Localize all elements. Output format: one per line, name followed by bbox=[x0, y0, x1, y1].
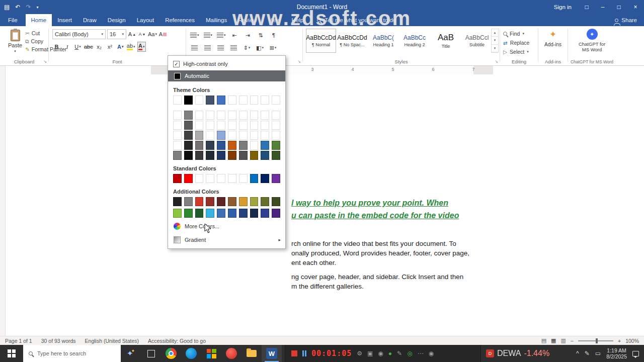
news-interest-widget[interactable]: D DEWA -1.44% bbox=[481, 345, 554, 362]
file-explorer-button[interactable] bbox=[242, 345, 262, 362]
zoom-in-button[interactable]: + bbox=[618, 338, 621, 344]
color-swatch[interactable] bbox=[228, 96, 236, 105]
sign-in-button[interactable]: Sign in bbox=[547, 0, 579, 14]
color-swatch[interactable] bbox=[261, 209, 269, 218]
color-swatch[interactable] bbox=[250, 121, 259, 130]
styles-scroll-up-icon[interactable]: ▴ bbox=[492, 29, 498, 37]
color-swatch[interactable] bbox=[195, 197, 204, 206]
tab-insert[interactable]: Insert bbox=[52, 14, 77, 26]
tab-help[interactable]: Help bbox=[286, 14, 309, 26]
color-swatch[interactable] bbox=[250, 111, 259, 120]
styles-scroll-down-icon[interactable]: ▾ bbox=[492, 37, 498, 44]
color-swatch[interactable] bbox=[206, 197, 214, 206]
color-swatch[interactable] bbox=[272, 209, 280, 218]
cortana-button[interactable]: ✦ ✦ bbox=[121, 345, 141, 362]
tray-pen-icon[interactable]: ✎ bbox=[585, 350, 590, 357]
italic-button[interactable]: I bbox=[63, 42, 71, 52]
ribbon-display-options-icon[interactable]: □ bbox=[579, 0, 595, 14]
color-swatch[interactable] bbox=[217, 121, 225, 130]
color-swatch[interactable] bbox=[261, 131, 269, 140]
color-swatch[interactable] bbox=[228, 131, 236, 140]
color-swatch[interactable] bbox=[206, 96, 214, 105]
color-swatch[interactable] bbox=[239, 174, 248, 183]
word-taskbar-button[interactable]: W bbox=[262, 345, 282, 362]
color-swatch[interactable] bbox=[261, 141, 269, 150]
color-swatch[interactable] bbox=[250, 141, 259, 150]
color-swatch[interactable] bbox=[272, 111, 280, 120]
color-swatch[interactable] bbox=[239, 96, 248, 105]
show-marks-button[interactable]: ¶ bbox=[270, 30, 278, 40]
color-swatch[interactable] bbox=[239, 209, 248, 218]
replace-button[interactable]: ⇄ Replace bbox=[503, 39, 529, 47]
align-left-button[interactable] bbox=[190, 43, 199, 53]
color-swatch[interactable] bbox=[206, 111, 214, 120]
color-swatch[interactable] bbox=[272, 141, 280, 150]
page-indicator[interactable]: Page 1 of 1 bbox=[5, 338, 32, 344]
web-layout-icon[interactable]: ▥ bbox=[560, 337, 566, 344]
color-swatch[interactable] bbox=[272, 197, 280, 206]
line-spacing-button[interactable]: ⇕▾ bbox=[243, 43, 251, 53]
color-swatch[interactable] bbox=[261, 111, 269, 120]
color-swatch[interactable] bbox=[184, 121, 193, 130]
recorder-mic-level-icon[interactable]: ● bbox=[388, 350, 392, 357]
color-swatch[interactable] bbox=[217, 96, 225, 105]
color-swatch[interactable] bbox=[217, 151, 225, 160]
color-swatch[interactable] bbox=[261, 151, 269, 160]
tab-design[interactable]: Design bbox=[102, 14, 131, 26]
color-swatch[interactable] bbox=[184, 197, 193, 206]
shading-button[interactable]: ◧▾ bbox=[256, 43, 264, 53]
color-swatch[interactable] bbox=[195, 174, 204, 183]
color-swatch[interactable] bbox=[184, 96, 193, 105]
color-swatch[interactable] bbox=[195, 111, 204, 120]
more-colors-item[interactable]: More Colors... bbox=[168, 221, 285, 231]
style-heading-1[interactable]: AaBbC(Heading 1 bbox=[368, 29, 398, 53]
font-size-combo[interactable]: 16 ▾ bbox=[107, 29, 126, 39]
color-swatch[interactable] bbox=[228, 121, 236, 130]
automatic-color-item[interactable]: Automatic bbox=[168, 70, 285, 81]
sort-button[interactable]: ⇅ bbox=[257, 30, 265, 40]
zoom-slider-thumb[interactable] bbox=[596, 338, 598, 343]
color-swatch[interactable] bbox=[261, 174, 269, 183]
color-swatch[interactable] bbox=[228, 209, 236, 218]
color-swatch[interactable] bbox=[173, 151, 182, 160]
word-count[interactable]: 30 of 93 words bbox=[41, 338, 76, 344]
bullets-button[interactable]: ▾ bbox=[190, 30, 199, 40]
tab-references[interactable]: References bbox=[159, 14, 200, 26]
chatgpt-button[interactable]: ✦ ChatGPT for MS Word bbox=[568, 29, 616, 52]
touch-keyboard-icon[interactable]: ▭ bbox=[595, 350, 601, 357]
clipboard-dialog-launcher-icon[interactable]: ↘ bbox=[43, 59, 47, 64]
color-swatch[interactable] bbox=[239, 111, 248, 120]
color-swatch[interactable] bbox=[250, 151, 259, 160]
styles-dialog-launcher-icon[interactable]: ↘ bbox=[495, 59, 498, 64]
color-swatch[interactable] bbox=[206, 131, 214, 140]
color-swatch[interactable] bbox=[173, 141, 182, 150]
tell-me-box[interactable]: Tell me what you want to do bbox=[317, 14, 396, 26]
color-swatch[interactable] bbox=[206, 141, 214, 150]
select-button[interactable]: ▷ Select ▾ bbox=[503, 48, 529, 56]
text-effects-button[interactable]: A▾ bbox=[116, 42, 125, 52]
underline-button[interactable]: U▾ bbox=[73, 42, 82, 52]
color-swatch[interactable] bbox=[217, 111, 225, 120]
record-stop-button[interactable] bbox=[291, 350, 297, 356]
align-center-button[interactable] bbox=[203, 43, 212, 53]
shrink-font-button[interactable]: A▼ bbox=[138, 29, 146, 39]
tab-layout[interactable]: Layout bbox=[131, 14, 160, 26]
increase-indent-button[interactable]: ⇥ bbox=[244, 30, 252, 40]
color-swatch[interactable] bbox=[184, 141, 193, 150]
recorder-settings-icon[interactable]: ⚙ bbox=[357, 350, 362, 357]
styles-scroll[interactable]: ▴ ▾ ▾ bbox=[491, 29, 499, 53]
color-swatch[interactable] bbox=[250, 197, 259, 206]
color-swatch[interactable] bbox=[217, 197, 225, 206]
superscript-button[interactable]: x² bbox=[106, 42, 114, 52]
font-family-combo[interactable]: Calibri (Body) ▾ bbox=[52, 29, 106, 39]
clear-formatting-button[interactable]: A bbox=[158, 29, 167, 39]
change-case-button[interactable]: Aa▾ bbox=[148, 29, 157, 39]
color-swatch[interactable] bbox=[217, 209, 225, 218]
recorder-more-icon[interactable]: ⋯ bbox=[418, 350, 424, 357]
recorder-preview-icon[interactable]: ◉ bbox=[429, 350, 434, 357]
share-button[interactable]: Share bbox=[608, 14, 644, 26]
color-swatch[interactable] bbox=[195, 131, 204, 140]
tab-view[interactable]: View bbox=[263, 14, 286, 26]
color-swatch[interactable] bbox=[184, 131, 193, 140]
subscript-button[interactable]: x₂ bbox=[95, 42, 104, 52]
